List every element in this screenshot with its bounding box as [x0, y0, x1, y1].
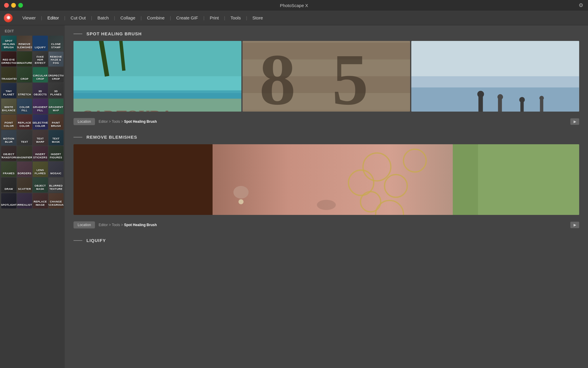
tool-white-balance[interactable]: WHITEBALANCE [1, 99, 16, 114]
tool-perspective-crop[interactable]: PERSPECTIVECROP [49, 67, 64, 82]
minimize-button[interactable] [11, 3, 16, 8]
tool-red-eye[interactable]: RED EYECORRECTION [1, 52, 16, 67]
section-dash-2 [74, 137, 82, 137]
svg-text:CAP TOURA: CAP TOURA [80, 107, 173, 112]
tool-text-mask[interactable]: TEXTMASK [49, 130, 64, 145]
menu-collage[interactable]: Collage [116, 14, 139, 22]
tool-clone-stamp[interactable]: CLONESTAMP [49, 36, 64, 51]
tool-spotlight[interactable]: SPOTLIGHT [1, 193, 16, 208]
edit-section-label: EDIT [0, 25, 65, 36]
menu-print[interactable]: Print [206, 14, 223, 22]
menu-creategif[interactable]: Create GIF [172, 14, 202, 22]
preview-spot-healing: CAP TOURA 8 5 [74, 41, 579, 112]
tool-text[interactable]: TEXT [17, 130, 32, 145]
tool-replace-image[interactable]: REPLACEIMAGE [33, 193, 48, 208]
blemishes-illustration [74, 144, 579, 215]
tool-grid: SPOTHEALINGBRUSH REMOVEBLEMISHES LIQUIFY… [0, 36, 65, 210]
menu-combine[interactable]: Combine [143, 14, 169, 22]
app-logo: ❋ [3, 13, 14, 23]
tool-mosaic[interactable]: MOSAIC [49, 162, 64, 177]
settings-icon[interactable]: ⚙ [579, 2, 583, 9]
tool-remove-blemishes[interactable]: REMOVEBLEMISHES [17, 36, 32, 51]
tool-borders[interactable]: BORDERS [17, 162, 32, 177]
tool-liquify[interactable]: LIQUIFY [33, 36, 48, 51]
tool-fake-hdr[interactable]: FAKEHDR EFFECT [33, 52, 48, 67]
svg-point-24 [477, 91, 484, 97]
tool-selective-color[interactable]: SELECTIVECOLOR [33, 115, 48, 130]
tool-insert-figures[interactable]: INSERTFIGURES [49, 146, 64, 161]
play-button-2[interactable]: ▶ [570, 222, 579, 228]
tool-replace-color[interactable]: REPLACECOLOR [17, 115, 32, 130]
section-dash-3 [74, 240, 82, 241]
maximize-button[interactable] [18, 3, 23, 8]
svg-point-37 [233, 186, 249, 199]
svg-rect-32 [74, 144, 213, 215]
svg-text:5: 5 [332, 41, 368, 112]
tool-remove-haze[interactable]: REMOVEHAZE & FOG [49, 52, 64, 67]
tool-frames[interactable]: FRAMES [1, 162, 16, 177]
location-bar-remove-blemishes: Location Editor > Tools > Spot Healing B… [74, 219, 579, 231]
tool-blurred-texture[interactable]: BLURREDTEXTURE [49, 178, 64, 193]
menu-viewer[interactable]: Viewer [18, 14, 40, 22]
tool-crop[interactable]: CROP [17, 67, 32, 82]
tool-3d-objects[interactable]: 3DOBJECTS [33, 83, 48, 98]
menu-bar: ❋ Viewer | Editor | Cut Out | Batch | Co… [0, 11, 588, 25]
sidebar: EDIT SPOTHEALINGBRUSH REMOVEBLEMISHES LI… [0, 25, 65, 368]
menu-batch[interactable]: Batch [93, 14, 113, 22]
menu-editor[interactable]: Editor [43, 14, 63, 22]
window-controls [4, 3, 23, 8]
tool-tiny-planet[interactable]: TINYPLANET [1, 83, 16, 98]
svg-rect-27 [520, 102, 524, 112]
svg-rect-19 [411, 41, 579, 76]
tool-text-warp[interactable]: TEXTWARP [33, 130, 48, 145]
tool-circular-crop[interactable]: CIRCULARCROP [33, 67, 48, 82]
location-button-1[interactable]: Location [74, 118, 95, 125]
app-title: PhotoScape X [280, 3, 308, 8]
tool-paint-brush[interactable]: PAINTBRUSH [49, 115, 64, 130]
tool-object-transform[interactable]: OBJECTTRANSFORM [1, 146, 16, 161]
tool-color-fill[interactable]: COLORFILL [17, 99, 32, 114]
ocean-illustration [411, 41, 579, 112]
tool-stretch[interactable]: STRETCH [17, 83, 32, 98]
menu-store[interactable]: Store [248, 14, 267, 22]
tool-motion-blur[interactable]: MOTIONBLUR [1, 130, 16, 145]
svg-point-28 [519, 97, 525, 102]
main-layout: EDIT SPOTHEALINGBRUSH REMOVEBLEMISHES LI… [0, 25, 588, 368]
svg-point-26 [497, 94, 503, 100]
tool-draw[interactable]: DRAW [1, 178, 16, 193]
tool-straighten[interactable]: STRAIGHTEN [1, 67, 16, 82]
preview-image-wall: 8 5 [243, 41, 410, 112]
svg-rect-3 [74, 99, 241, 112]
close-button[interactable] [4, 3, 9, 8]
tool-object-mask[interactable]: OBJECTMASK [33, 178, 48, 193]
tool-gradient-map[interactable]: GRADIENTMAP [49, 99, 64, 114]
tool-magnifier[interactable]: MAGNIFIER [17, 146, 32, 161]
tool-lens-flares[interactable]: LENSFLARES [33, 162, 48, 177]
svg-text:8: 8 [259, 41, 296, 112]
tool-gradient-fill[interactable]: GRADIENTFILL [33, 99, 48, 114]
tool-surrealistic[interactable]: SURREALISTIC [17, 193, 32, 208]
tool-3d-planes[interactable]: 3DPLANES [49, 83, 64, 98]
location-button-2[interactable]: Location [74, 221, 95, 228]
tool-miniature[interactable]: MINIATURE [17, 52, 32, 67]
tool-point-color[interactable]: POINTCOLOR [1, 115, 16, 130]
tool-change-background[interactable]: CHANGEBACKGROUND [49, 193, 64, 208]
tool-insert-stickers[interactable]: INSERTSTICKERS [33, 146, 48, 161]
svg-rect-29 [540, 100, 543, 112]
content-area: SPOT HEALING BRUSH CAP [65, 25, 588, 368]
menu-items: Viewer | Editor | Cut Out | Batch | Coll… [18, 14, 267, 22]
wall-illustration: 8 5 [243, 41, 410, 112]
menu-cutout[interactable]: Cut Out [66, 14, 90, 22]
svg-point-38 [238, 199, 243, 204]
tool-scatter[interactable]: SCATTER [17, 178, 32, 193]
svg-rect-23 [479, 96, 483, 112]
title-bar: PhotoScape X ⚙ [0, 0, 588, 11]
section-title-liquify: LIQUIFY [86, 238, 106, 243]
tool-spot-healing[interactable]: SPOTHEALINGBRUSH [1, 36, 16, 51]
section-header-remove-blemishes: REMOVE BLEMISHES [74, 135, 579, 140]
preview-image-ocean [411, 41, 579, 112]
svg-rect-1 [74, 93, 241, 112]
menu-tools[interactable]: Tools [226, 14, 245, 22]
svg-point-40 [317, 200, 336, 210]
play-button-1[interactable]: ▶ [570, 118, 579, 125]
